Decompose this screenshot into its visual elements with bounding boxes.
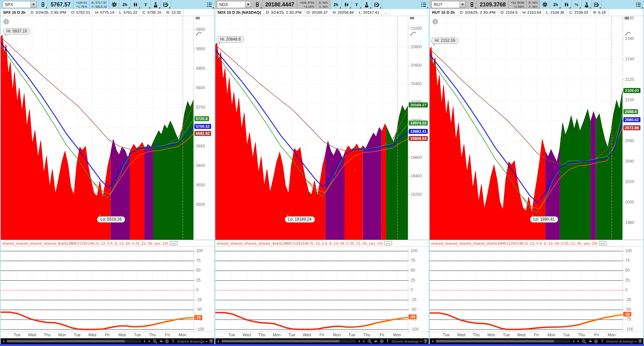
last-price: 5767.57 [48,0,73,9]
studies-chart-icon [374,2,380,7]
indicator-axis[interactable]: 1007550250-25-50-75-100-70 [194,247,214,332]
indicator-plot[interactable] [215,247,408,332]
time-label: Wed [457,333,465,337]
symbol-dropdown[interactable]: RUT [431,1,466,8]
text-tool-button[interactable]: T [352,0,362,9]
zoom-in-icon[interactable] [367,339,372,344]
percent-scale-button[interactable]: % [572,0,582,9]
bid: B: 5717.97 [92,1,107,4]
scroll-step-left-button[interactable] [357,339,361,343]
curve-style-icon[interactable] [625,32,631,36]
link-button[interactable] [467,0,477,9]
shared-drawings-button[interactable]: Shared drawings [606,339,637,343]
smi-value-badge: -70 [194,315,202,320]
crosshair-icon[interactable] [594,339,598,344]
scrollbar[interactable] [7,340,141,343]
indicator-tick: -100 [625,327,633,332]
style-menu-button[interactable] [633,0,643,9]
high-label-bubble: Hi: 5937.19 [3,28,30,35]
chart-type-button[interactable] [561,0,572,9]
zoom-in-icon[interactable] [582,339,586,344]
indicator-tick: 25 [196,278,201,283]
help-icon[interactable]: ? [423,339,428,343]
menu-list-icon [421,2,426,7]
indicator-more-button[interactable]: ... [170,241,177,245]
indicator-plot[interactable] [1,247,194,332]
scroll-left-button[interactable] [2,339,5,343]
main-plot[interactable]: ! Hi: 2152.55 Lo: 1990.41 [430,16,623,240]
main-plot[interactable]: Hi: 20848.6 Lo: 19189.24 [215,16,408,240]
timeframe-button[interactable]: 2h [550,0,561,9]
timeframe-button[interactable]: 2h [330,0,342,9]
indicator-more-button[interactable]: ... [599,241,607,245]
ohlc-cell: O: 2104.9 [498,9,520,16]
scroll-left-button[interactable] [431,339,434,343]
studies-button[interactable] [592,0,602,9]
warning-icon[interactable]: ! [3,19,9,24]
style-menu-button[interactable] [419,0,429,9]
scroll-step-right-button[interactable] [362,339,366,343]
studies-button[interactable] [161,0,171,9]
crosshair-icon[interactable] [165,339,169,344]
main-plot[interactable]: ! Hi: 5937.19 Lo: 5519.16 [1,16,194,240]
scrollbar-thumb[interactable] [222,340,339,342]
drawing-text-icon[interactable]: T [600,339,604,344]
scrollbar-thumb[interactable] [7,340,125,342]
tests-button[interactable] [362,0,372,9]
shared-drawings-button[interactable]: Shared drawings [177,339,208,343]
chevron-down-icon[interactable] [460,1,465,8]
pan-arrows-icon[interactable]: ◀▶ [373,340,378,343]
crosshair-icon[interactable] [379,339,384,344]
scrollbar[interactable] [436,340,570,343]
symbol-dropdown[interactable]: SPX [2,1,37,8]
scroll-step-left-button[interactable] [572,339,575,343]
axis-menu-icon[interactable] [410,17,414,20]
link-button[interactable] [38,0,48,9]
settings-button[interactable] [540,0,550,9]
help-icon[interactable]: ? [209,339,213,343]
indicator-more-button[interactable]: ... [384,241,392,245]
scroll-step-right-button[interactable] [577,339,580,343]
pan-arrows-icon[interactable]: ◀▶ [588,340,592,343]
price-tick: 2040 [625,159,634,164]
settings-button[interactable] [109,0,119,9]
price-axis[interactable]: 5950590058505800575057005650560055505500… [194,16,214,240]
curve-style-icon[interactable] [410,32,416,36]
axis-menu-icon[interactable] [196,17,200,20]
indicator-axis[interactable]: 1007550250-25-50-75-100-62 [623,247,643,332]
charts-grid: SPX 5767.57 +100.01 +1.76% B: 5717.97 A [0,0,644,344]
link-button[interactable] [253,0,263,9]
drawing-text-icon[interactable]: T [385,339,390,344]
tests-button[interactable] [582,0,592,9]
help-icon[interactable]: ? [638,339,642,343]
price-axis[interactable]: 2100020800206002040020200200001980019600… [408,16,429,240]
main-chart-area: ! Hi: 5937.19 Lo: 5519.16 59505900585058… [1,16,214,240]
chevron-down-icon[interactable] [31,1,36,8]
timeframe-button[interactable]: 2h [119,0,131,9]
chevron-down-icon[interactable] [245,1,251,8]
curve-style-icon[interactable] [196,32,202,36]
text-tool-button[interactable]: T [141,0,151,9]
scroll-left-button[interactable] [216,339,220,343]
drawing-text-icon[interactable]: T [171,339,175,344]
indicator-pane: 1007550250-25-50-75-100-69 [215,247,429,332]
tests-button[interactable] [151,0,161,9]
indicator-axis[interactable]: 1007550250-25-50-75-100-69 [408,247,429,332]
scrollbar-thumb[interactable] [436,340,554,342]
indicator-plot[interactable] [430,247,623,332]
chart-type-button[interactable] [131,0,141,9]
time-label: Mon [393,333,401,337]
studies-button[interactable] [372,0,382,9]
chart-type-button[interactable] [342,0,352,9]
pan-arrows-icon[interactable]: ◀▶ [159,340,163,343]
scroll-step-right-button[interactable] [148,339,151,343]
price-axis[interactable]: 2180216021402120210020802060204020202000… [623,16,643,240]
symbol-dropdown[interactable]: NDX [217,1,251,8]
price-area-red [381,124,386,240]
style-menu-button[interactable] [204,0,214,9]
scroll-step-left-button[interactable] [143,339,146,343]
scrollbar[interactable] [221,340,356,343]
ohlc-row: RUT 15 D 2hD: 3/24/25, 2:30□PMO: 2104.9H… [430,9,643,16]
shared-drawings-button[interactable]: Shared drawings [391,339,422,343]
zoom-in-icon[interactable] [153,339,157,344]
